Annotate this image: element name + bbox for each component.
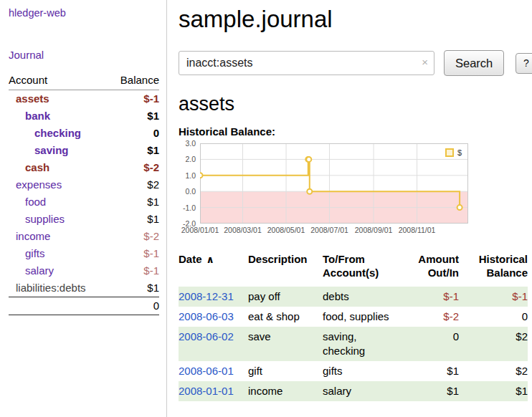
chart-title: Historical Balance: <box>179 125 532 138</box>
chart-legend: $ <box>443 148 464 158</box>
legend-label: $ <box>457 148 462 157</box>
sidebar-account-liabilities-debts[interactable]: liabilities:debts <box>16 282 86 294</box>
x-tick-label: 2008/11/01 <box>399 226 436 234</box>
search-bar: × Search ? <box>179 50 532 76</box>
account-balance: $-1 <box>109 90 159 108</box>
account-balance: $-2 <box>109 228 159 245</box>
x-tick-label: 2008/09/01 <box>355 226 393 234</box>
account-balance: 0 <box>109 125 159 142</box>
register-header-balance: Historical Balance <box>459 252 528 287</box>
sidebar-account-supplies[interactable]: supplies <box>25 213 65 225</box>
register-header-accounts: To/From Account(s) <box>323 252 407 287</box>
transaction-balance: 0 <box>459 307 528 327</box>
x-tick-label: 2008/03/01 <box>224 226 262 234</box>
sidebar-item-journal[interactable]: Journal <box>9 49 159 61</box>
account-row-cash: cash $-2 <box>9 159 159 176</box>
sidebar: hledger-web Journal Account Balance asse… <box>0 0 167 417</box>
sidebar-account-expenses[interactable]: expenses <box>16 178 62 191</box>
transaction-description: income <box>248 381 323 401</box>
sidebar-account-assets[interactable]: assets <box>16 92 49 105</box>
account-balance: $-1 <box>109 262 159 279</box>
transaction-balance: $2 <box>459 327 528 361</box>
accounts-total-balance: 0 <box>109 297 159 315</box>
accounts-header-row: Account Balance <box>9 72 159 90</box>
transaction-accounts: gifts <box>323 361 407 381</box>
account-row-gifts: gifts $-1 <box>9 245 159 262</box>
transaction-accounts: salary <box>323 381 407 401</box>
account-balance: $1 <box>109 193 159 211</box>
register-row: 2008-06-02 save saving, checking 0 $2 <box>179 327 528 361</box>
transaction-date-link[interactable]: 2008-06-03 <box>179 310 234 322</box>
x-tick-label: 2008/01/01 <box>181 226 219 234</box>
account-balance: $-2 <box>109 159 159 176</box>
account-row-liabilities-debts: liabilities:debts $1 <box>9 279 159 297</box>
sidebar-account-checking[interactable]: checking <box>34 127 81 139</box>
account-row-assets: assets $-1 <box>9 90 159 108</box>
transaction-accounts: food, supplies <box>323 307 407 327</box>
transaction-amount: 0 <box>407 327 459 361</box>
chart-plot-area: $ 2008/01/012008/03/012008/05/012008/07/… <box>200 143 468 235</box>
transaction-description: eat & shop <box>248 307 323 327</box>
transaction-date-link[interactable]: 2008-06-02 <box>179 330 234 342</box>
transaction-description: pay off <box>248 287 323 307</box>
x-tick-label: 2008/05/01 <box>267 226 305 234</box>
account-row-food: food $1 <box>9 193 159 211</box>
search-input[interactable] <box>179 51 434 75</box>
chart-y-axis: 3.02.01.00.0-1.0-2.0 <box>179 143 200 224</box>
sidebar-account-income[interactable]: income <box>16 230 50 242</box>
y-tick-label: 1.0 <box>185 172 196 180</box>
account-row-expenses: expenses $2 <box>9 176 159 193</box>
chart-plot <box>200 143 468 224</box>
transaction-date-link[interactable]: 2008-01-01 <box>179 385 234 397</box>
sidebar-account-cash[interactable]: cash <box>25 161 49 173</box>
transaction-amount: $1 <box>407 361 459 381</box>
hledger-web-app: hledger-web Journal Account Balance asse… <box>0 0 532 417</box>
clear-search-icon[interactable]: × <box>422 57 428 68</box>
transaction-amount: $1 <box>407 381 459 401</box>
account-balance: $1 <box>109 211 159 228</box>
legend-swatch-icon <box>445 148 454 157</box>
transaction-date-link[interactable]: 2008-06-01 <box>179 365 234 377</box>
accounts-total-row: 0 <box>9 297 159 315</box>
transaction-balance: $2 <box>459 361 528 381</box>
transaction-amount: $-2 <box>407 307 459 327</box>
account-row-checking: checking 0 <box>9 125 159 142</box>
transaction-date-link[interactable]: 2008-12-31 <box>179 290 234 302</box>
sidebar-account-gifts[interactable]: gifts <box>25 247 45 259</box>
accounts-header-balance: Balance <box>109 72 159 90</box>
sidebar-account-salary[interactable]: salary <box>25 264 54 277</box>
register-header-date[interactable]: Date∧ <box>179 252 248 287</box>
y-tick-label: 0.0 <box>185 188 196 196</box>
account-row-income: income $-2 <box>9 228 159 245</box>
transaction-accounts: debts <box>323 287 407 307</box>
register-row: 2008-01-01 income salary $1 $1 <box>179 381 528 401</box>
balance-chart: 3.02.01.00.0-1.0-2.0 $ 2008/01/012008/03… <box>179 143 532 235</box>
register-table: Date∧ Description To/From Account(s) Amo… <box>179 252 528 401</box>
y-tick-label: 3.0 <box>185 140 196 148</box>
register-row: 2008-06-03 eat & shop food, supplies $-2… <box>179 307 528 327</box>
transaction-description: save <box>248 327 323 361</box>
chart-x-axis: 2008/01/012008/03/012008/05/012008/07/01… <box>200 224 468 235</box>
account-balance: $2 <box>109 176 159 193</box>
account-heading: assets <box>179 93 532 115</box>
sidebar-account-food[interactable]: food <box>25 196 46 208</box>
account-row-saving: saving $1 <box>9 142 159 159</box>
account-balance: $1 <box>109 107 159 125</box>
search-button[interactable]: Search <box>444 50 504 76</box>
transaction-description: gift <box>248 361 323 381</box>
app-title-link[interactable]: hledger-web <box>9 7 159 19</box>
help-button[interactable]: ? <box>516 53 532 74</box>
y-tick-label: 2.0 <box>185 155 196 163</box>
register-header-amount: Amount Out/In <box>407 252 459 287</box>
transaction-balance: $1 <box>459 381 528 401</box>
date-header-label: Date <box>179 253 202 265</box>
account-row-supplies: supplies $1 <box>9 211 159 228</box>
sidebar-account-bank[interactable]: bank <box>25 110 50 122</box>
sidebar-account-saving[interactable]: saving <box>34 144 69 156</box>
main-content: sample.journal × Search ? assets Histori… <box>167 0 532 417</box>
y-tick-label: -1.0 <box>183 204 196 212</box>
transaction-accounts: saving, checking <box>323 327 407 361</box>
account-balance: $1 <box>109 279 159 297</box>
register-row: 2008-12-31 pay off debts $-1 $-1 <box>179 287 528 307</box>
x-tick-label: 2008/07/01 <box>310 226 348 234</box>
